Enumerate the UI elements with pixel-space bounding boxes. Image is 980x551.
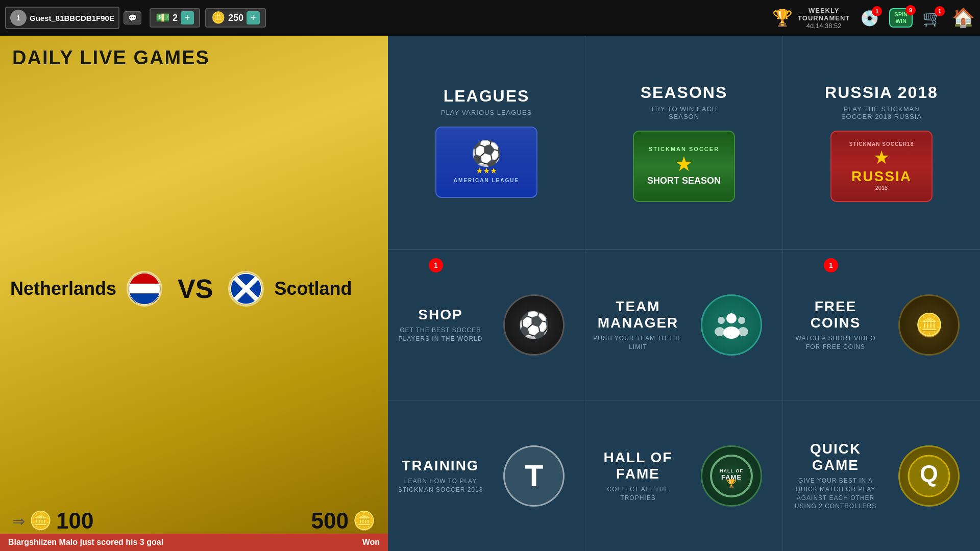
shop-action[interactable]: 1 SHOP GET THE BEST SOCCER PLAYERS IN TH… [388,250,585,400]
seasons-mode[interactable]: SEASONS TRY TO WIN EACHSEASON STICKMAN S… [585,36,783,249]
coin-left-icon: 🪙 [29,510,52,532]
russia-title: RUSSIA 2018 [825,83,938,102]
level-badge: 1 [10,10,27,26]
daily-games-title: DAILY LIVE GAMES [0,36,388,74]
home-button[interactable]: 🏠 [952,7,975,29]
leagues-subtitle: PLAY VARIOUS LEAGUES [441,109,532,116]
team2-flag [228,271,264,307]
leagues-banner: ⚽ ★★★ AMERICAN LEAGUE [435,127,537,198]
svg-text:HALL OF: HALL OF [720,468,743,473]
tournament-title: WEEKLYTOURNAMENT [798,7,850,22]
bottom-section: 1 SHOP GET THE BEST SOCCER PLAYERS IN TH… [388,250,980,551]
training-text-block: TRAINING LEARN HOW TO PLAY STICKMAN SOCC… [393,458,488,494]
topbar: 1 Guest_81BBCDB1F90E 💬 💵 2 + 🪙 250 + 🏆 W… [0,0,980,36]
training-action[interactable]: TRAINING LEARN HOW TO PLAY STICKMAN SOCC… [388,400,585,551]
right-panel: LEAGUES PLAY VARIOUS LEAGUES ⚽ ★★★ AMERI… [388,36,980,551]
free-coins-icon-circle: 🪙 [898,294,960,356]
team1-name: Netherlands [10,278,116,299]
coins-icon: 🪙 [915,312,943,338]
disc-badge: 1 [872,6,882,16]
tournament-block[interactable]: 🏆 WEEKLYTOURNAMENT 4d,14:38:52 [772,7,850,30]
status-result: Won [362,538,380,547]
svg-point-18 [738,327,748,336]
free-coins-title: FREE COINS [788,298,883,331]
seasons-subtitle: TRY TO WIN EACHSEASON [651,105,717,120]
spin-block[interactable]: SPINWIN 9 [889,8,913,28]
match-status-bar: Blargshiizen Malo just scored his 3 goal… [0,534,388,551]
russia-subtitle: PLAY THE STICKMANSOCCER 2018 RUSSIA [841,105,922,120]
team-manager-title: TEAM MANAGER [591,298,685,331]
training-icon-circle: T [503,445,565,507]
svg-point-16 [715,327,725,336]
quick-game-action[interactable]: QUICK GAME GIVE YOUR BEST IN A QUICK MAT… [783,400,980,551]
leagues-ball-icon: ⚽ [471,141,502,166]
rewards-row: ⇒ 🪙 100 500 🪙 [0,503,388,534]
disc-nav[interactable]: 💿 1 [860,9,879,27]
hall-of-fame-subtitle: COLLECT ALL THE TROPHIES [591,485,685,503]
seasons-title: SEASONS [641,83,727,102]
coins-block: 🪙 250 + [205,8,266,28]
reward-right-amount: 500 [311,508,349,534]
reward-left-amount: 100 [56,508,93,534]
training-title: TRAINING [402,458,479,474]
coin-right-icon: 🪙 [353,510,376,532]
russia-mode[interactable]: RUSSIA 2018 PLAY THE STICKMANSOCCER 2018… [783,36,980,249]
quick-game-icon-circle: Q [898,445,960,507]
shop-icon-circle: ⚽ [503,294,565,356]
svg-text:🏆: 🏆 [726,479,737,488]
match-display: Netherlands VS [10,271,378,307]
shop-notification: 1 [429,258,443,272]
leagues-mode[interactable]: LEAGUES PLAY VARIOUS LEAGUES ⚽ ★★★ AMERI… [388,36,585,249]
team-manager-text-block: TEAM MANAGER PUSH YOUR TEAM TO THE LIMIT [591,298,685,352]
cash-icon: 💵 [156,11,169,24]
team-manager-subtitle: PUSH YOUR TEAM TO THE LIMIT [591,334,685,352]
shop-title: SHOP [418,307,462,323]
team-manager-icon-svg [714,307,749,343]
quick-game-title: QUICK GAME [788,441,883,473]
hall-of-fame-title: HALL OF FAME [591,449,685,482]
leagues-stars: ★★★ [476,166,497,176]
quick-game-text-block: QUICK GAME GIVE YOUR BEST IN A QUICK MAT… [788,441,883,511]
leagues-banner-text: AMERICAN LEAGUE [454,178,519,183]
training-icon: T [525,458,544,493]
hall-of-fame-icon-svg: HALL OF FAME 🏆 [708,453,754,499]
add-coins-button[interactable]: + [247,11,260,24]
team1-flag [127,271,162,307]
free-coins-notification: 1 [824,258,838,272]
cash-block: 💵 2 + [150,8,200,28]
cart-badge: 1 [935,6,945,16]
seasons-short-season: SHORT SEASON [647,176,721,186]
training-subtitle: LEARN HOW TO PLAY STICKMAN SOCCER 2018 [393,477,488,494]
hall-of-fame-icon-circle: HALL OF FAME 🏆 [701,445,762,507]
user-badge: 1 Guest_81BBCDB1F90E [5,7,119,29]
free-coins-action[interactable]: 1 FREE COINS WATCH A SHORT VIDEO FOR FRE… [783,250,980,400]
top-right-nav: 🏆 WEEKLYTOURNAMENT 4d,14:38:52 💿 1 SPINW… [772,7,975,30]
cart-nav[interactable]: 🛒 1 [923,9,942,27]
shop-text-block: SHOP GET THE BEST SOCCER PLAYERS IN THE … [393,307,488,343]
svg-text:Q: Q [920,460,938,487]
add-cash-button[interactable]: + [181,11,194,24]
svg-point-17 [738,317,745,324]
reward-left: ⇒ 🪙 100 [12,508,93,534]
tournament-text: WEEKLYTOURNAMENT 4d,14:38:52 [798,7,850,30]
vs-text: VS [178,273,213,304]
main-area: DAILY LIVE GAMES Netherlands [0,36,980,551]
tournament-timer: 4d,14:38:52 [798,22,850,30]
russia-star-icon: ★ [873,147,890,168]
spin-badge: 9 [905,5,916,15]
netherlands-flag-svg [128,271,161,307]
bottom-row2: TRAINING LEARN HOW TO PLAY STICKMAN SOCC… [388,400,980,551]
russia-main-text: RUSSIA [851,168,912,185]
status-message: Blargshiizen Malo just scored his 3 goal [8,538,163,547]
free-coins-subtitle: WATCH A SHORT VIDEO FOR FREE COINS [788,334,883,352]
cash-value: 2 [173,13,178,23]
quick-game-subtitle: GIVE YOUR BEST IN A QUICK MATCH OR PLAY … [788,477,883,511]
svg-point-13 [726,313,737,323]
russia-banner-title: STICKMAN SOCCER18 [849,141,914,147]
team-manager-action[interactable]: TEAM MANAGER PUSH YOUR TEAM TO THE LIMIT [585,250,783,400]
hall-of-fame-action[interactable]: HALL OF FAME COLLECT ALL THE TROPHIES HA… [585,400,783,551]
daily-games-panel[interactable]: DAILY LIVE GAMES Netherlands [0,36,388,551]
chat-button[interactable]: 💬 [124,11,141,24]
shop-icon: ⚽ [518,310,550,340]
seasons-star-icon: ★ [675,152,693,176]
